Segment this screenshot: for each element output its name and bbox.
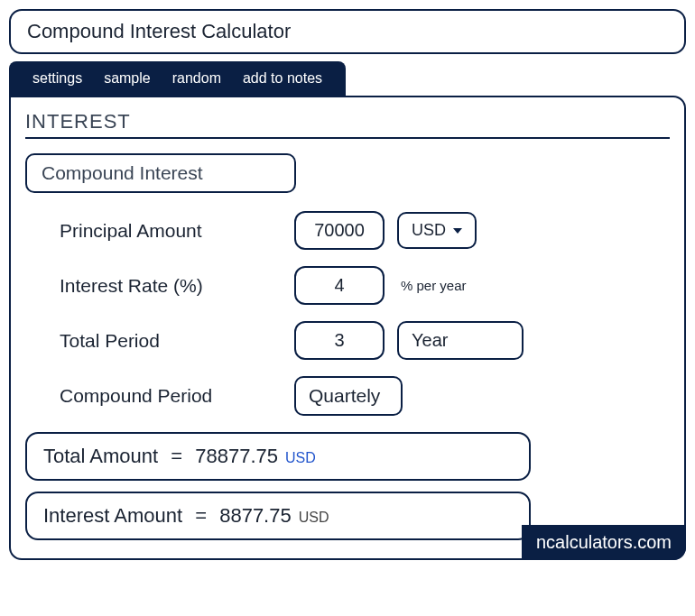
period-input[interactable] (294, 321, 385, 360)
calculator-panel: INTEREST Compound Interest Principal Amo… (9, 96, 686, 560)
tab-sample[interactable]: sample (93, 70, 162, 87)
label-rate: Interest Rate (%) (60, 275, 294, 297)
compound-period-select[interactable]: Quartely (294, 376, 403, 416)
field-compound: Compound Period Quartely (25, 376, 670, 416)
result-total-value: 78877.75 (195, 445, 278, 468)
result-interest-label: Interest Amount (43, 504, 182, 528)
rate-input[interactable] (294, 266, 385, 305)
tab-settings[interactable]: settings (22, 70, 93, 87)
calculation-type-select[interactable]: Compound Interest (25, 153, 296, 193)
chevron-down-icon (453, 228, 462, 234)
result-interest-value: 8877.75 (219, 504, 292, 528)
tab-random[interactable]: random (162, 70, 232, 87)
tab-add-to-notes[interactable]: add to notes (232, 70, 333, 87)
label-principal: Principal Amount (60, 220, 294, 242)
principal-input[interactable] (294, 211, 385, 250)
result-interest-currency: USD (299, 510, 329, 526)
section-header: INTEREST (25, 110, 670, 139)
equals-sign: = (190, 504, 212, 528)
period-unit-select[interactable]: Year (397, 321, 524, 360)
tabs-bar: settings sample random add to notes (9, 61, 346, 96)
field-principal: Principal Amount USD (25, 211, 670, 250)
brand-badge: ncalculators.com (522, 525, 686, 560)
equals-sign: = (165, 445, 188, 468)
label-period: Total Period (60, 330, 294, 352)
currency-select[interactable]: USD (397, 212, 477, 249)
result-total-label: Total Amount (43, 445, 158, 468)
result-interest: Interest Amount = 8877.75 USD (25, 492, 531, 540)
label-compound: Compound Period (60, 385, 294, 407)
result-total-currency: USD (285, 450, 316, 466)
rate-unit: % per year (401, 278, 467, 293)
currency-value: USD (412, 221, 446, 240)
page-title: Compound Interest Calculator (9, 9, 686, 54)
field-period: Total Period Year (25, 321, 670, 360)
field-rate: Interest Rate (%) % per year (25, 266, 670, 305)
result-total: Total Amount = 78877.75 USD (25, 432, 531, 481)
